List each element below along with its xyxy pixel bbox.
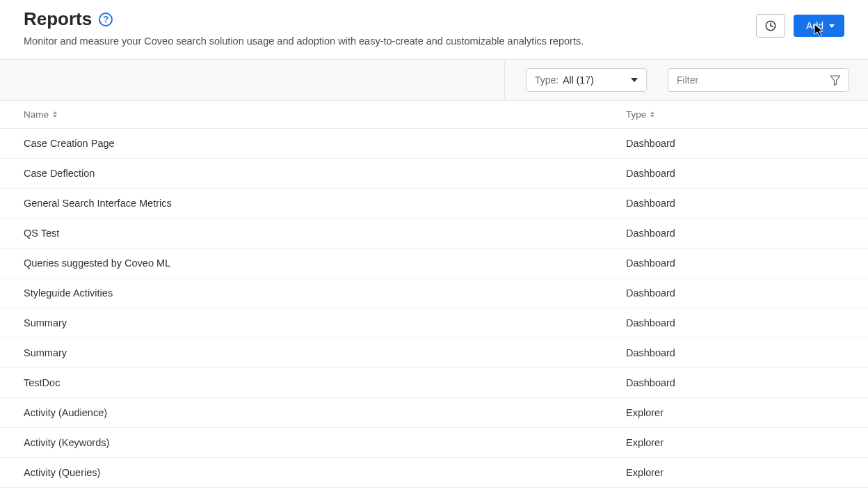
header-actions: Add [756, 14, 844, 38]
cell-type: Dashboard [626, 317, 844, 328]
title-row: Reports ? [24, 8, 584, 30]
cell-type: Dashboard [626, 347, 844, 358]
cell-type: Dashboard [626, 377, 844, 388]
cell-name: Activity (Audience) [24, 407, 626, 418]
table-row[interactable]: Activity (Audience)Explorer [0, 398, 868, 428]
cell-type: Explorer [626, 437, 844, 448]
cell-name: General Search Interface Metrics [24, 198, 626, 209]
add-button[interactable]: Add [794, 15, 844, 37]
history-button[interactable] [756, 14, 785, 38]
cell-name: Activity (Queries) [24, 467, 626, 478]
sort-icon [650, 111, 654, 118]
clock-icon [764, 19, 777, 32]
cell-type: Dashboard [626, 258, 844, 269]
add-button-label: Add [806, 20, 823, 31]
column-header-type-label: Type [626, 109, 646, 120]
page-header: Reports ? Monitor and measure your Coveo… [0, 0, 868, 59]
cell-name: QS Test [24, 228, 626, 239]
sort-icon [53, 111, 57, 118]
page-subtitle: Monitor and measure your Coveo search so… [24, 35, 584, 47]
chevron-down-icon [631, 78, 638, 82]
cell-name: Case Creation Page [24, 138, 626, 149]
cell-type: Explorer [626, 407, 844, 418]
cell-type: Dashboard [626, 287, 844, 299]
reports-table: Name Type Case Creation PageDashboardCas… [0, 101, 868, 488]
filter-wrap [668, 68, 849, 92]
type-filter-select[interactable]: Type: All (17) [526, 68, 647, 92]
chevron-down-icon [829, 24, 835, 28]
header-left: Reports ? Monitor and measure your Coveo… [24, 8, 584, 47]
cell-name: TestDoc [24, 377, 626, 388]
table-row[interactable]: General Search Interface MetricsDashboar… [0, 189, 868, 219]
column-header-name[interactable]: Name [24, 109, 626, 120]
cell-name: Activity (Keywords) [24, 437, 626, 448]
table-row[interactable]: Queries suggested by Coveo MLDashboard [0, 248, 868, 278]
table-row[interactable]: SummaryDashboard [0, 308, 868, 338]
toolbar-divider [504, 61, 505, 99]
column-header-name-label: Name [24, 109, 49, 120]
help-icon[interactable]: ? [99, 13, 113, 26]
cell-type: Dashboard [626, 198, 844, 209]
cell-type: Dashboard [626, 168, 844, 179]
cell-type: Dashboard [626, 228, 844, 239]
table-row[interactable]: Activity (Queries)Explorer [0, 458, 868, 488]
table-row[interactable]: TestDocDashboard [0, 368, 868, 398]
table-row[interactable]: Styleguide ActivitiesDashboard [0, 278, 868, 308]
toolbar: Type: All (17) [0, 59, 868, 101]
cell-name: Styleguide Activities [24, 287, 626, 299]
cell-name: Case Deflection [24, 168, 626, 179]
table-body: Case Creation PageDashboardCase Deflecti… [0, 129, 868, 488]
cell-name: Summary [24, 317, 626, 328]
cell-name: Queries suggested by Coveo ML [24, 258, 626, 269]
cell-name: Summary [24, 347, 626, 358]
cell-type: Dashboard [626, 138, 844, 149]
filter-input[interactable] [668, 68, 849, 92]
page-title: Reports [24, 8, 92, 30]
table-row[interactable]: Case Creation PageDashboard [0, 129, 868, 159]
table-row[interactable]: SummaryDashboard [0, 338, 868, 368]
column-header-type[interactable]: Type [626, 109, 844, 120]
table-row[interactable]: Case DeflectionDashboard [0, 159, 868, 189]
type-filter-label: Type: [535, 74, 558, 86]
table-header: Name Type [0, 101, 868, 129]
cell-type: Explorer [626, 467, 844, 478]
table-row[interactable]: QS TestDashboard [0, 219, 868, 248]
table-row[interactable]: Activity (Keywords)Explorer [0, 428, 868, 458]
type-filter-value: All (17) [563, 74, 593, 86]
